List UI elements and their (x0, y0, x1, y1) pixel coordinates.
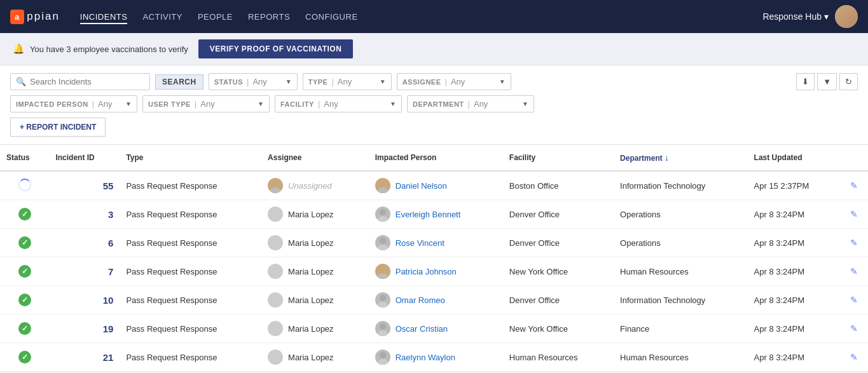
impacted-label: IMPACTED PERSON (16, 100, 88, 108)
edit-icon[interactable]: ✎ (850, 209, 858, 219)
nav-links: INCIDENTS ACTIVITY PEOPLE REPORTS CONFIG… (80, 10, 763, 24)
col-department[interactable]: Department ↓ (614, 145, 747, 171)
chevron-down-icon: ▼ (390, 100, 396, 107)
assignee-name: Maria Lopez (288, 267, 334, 276)
svg-point-14 (380, 352, 386, 358)
assignee-value: Any (451, 77, 497, 86)
logo-accent: a (10, 10, 24, 24)
edit-icon[interactable]: ✎ (850, 238, 858, 248)
incident-id-cell[interactable]: 3 (49, 200, 120, 229)
type-cell: Pass Request Response (120, 315, 261, 343)
col-status: Status (0, 145, 49, 171)
search-button[interactable]: SEARCH (155, 74, 203, 90)
col-type: Type (120, 145, 261, 171)
incident-id-cell[interactable]: 7 (49, 257, 120, 286)
edit-cell[interactable]: ✎ (840, 286, 868, 315)
report-incident-button[interactable]: + REPORT INCIDENT (10, 118, 106, 137)
impacted-person-link[interactable]: Oscar Cristian (396, 324, 448, 334)
svg-point-11 (378, 302, 388, 308)
last-updated-cell: Apr 8 3:24PM (748, 257, 841, 286)
status-label: STATUS (214, 78, 243, 86)
usertype-value: Any (200, 99, 255, 109)
refresh-button[interactable]: ↻ (839, 73, 858, 90)
type-filter[interactable]: TYPE | Any ▼ (303, 73, 392, 90)
status-cell: ✓ (0, 315, 49, 343)
assignee-name: Maria Lopez (288, 324, 334, 334)
facility-filter[interactable]: FACILITY | Any ▼ (275, 95, 402, 112)
verify-vaccination-button[interactable]: VERIFY PROOF OF VACCINATION (198, 39, 354, 58)
incident-id[interactable]: 3 (108, 209, 113, 220)
app-logo[interactable]: a ppian (10, 10, 60, 24)
assignee-filter[interactable]: ASSIGNEE | Any ▼ (397, 73, 511, 90)
assignee-avatar-placeholder (268, 349, 283, 365)
last-updated-cell: Apr 8 3:24PM (748, 200, 841, 229)
impacted-value: Any (98, 99, 123, 109)
type-cell: Pass Request Response (120, 286, 261, 315)
assignee-name: Maria Lopez (288, 353, 334, 362)
incident-id-cell[interactable]: 21 (49, 343, 120, 372)
edit-cell[interactable]: ✎ (840, 257, 868, 286)
assignee-name: Maria Lopez (288, 238, 334, 248)
impacted-person-link[interactable]: Daniel Nelson (396, 181, 447, 191)
download-button[interactable]: ⬇ (796, 73, 815, 90)
department-cell: Human Resources (614, 343, 747, 372)
impacted-person-link[interactable]: Omar Romeo (396, 295, 445, 305)
nav-reports[interactable]: REPORTS (248, 10, 290, 24)
status-filter[interactable]: STATUS | Any ▼ (209, 73, 298, 90)
edit-icon[interactable]: ✎ (850, 295, 858, 305)
edit-cell[interactable]: ✎ (840, 229, 868, 257)
impacted-avatar (375, 178, 390, 193)
impacted-person-link[interactable]: Everleigh Bennett (396, 210, 461, 219)
incident-id[interactable]: 7 (108, 266, 113, 277)
facility-cell: Denver Office (503, 229, 614, 257)
edit-icon[interactable]: ✎ (850, 266, 858, 276)
incident-id[interactable]: 21 (103, 352, 114, 363)
incident-id-cell[interactable]: 55 (49, 171, 120, 200)
assignee-cell: Maria Lopez (261, 257, 369, 286)
assignee-avatar-placeholder (268, 321, 283, 336)
incident-id-cell[interactable]: 6 (49, 229, 120, 257)
edit-cell[interactable]: ✎ (840, 343, 868, 372)
impacted-person-filter[interactable]: IMPACTED PERSON | Any ▼ (10, 95, 137, 112)
edit-icon[interactable]: ✎ (850, 180, 858, 191)
edit-cell[interactable]: ✎ (840, 315, 868, 343)
incident-id-cell[interactable]: 19 (49, 315, 120, 343)
response-hub-button[interactable]: Response Hub ▾ (762, 11, 829, 22)
incident-id[interactable]: 55 (103, 180, 114, 191)
svg-point-8 (380, 266, 386, 273)
svg-point-1 (270, 187, 280, 193)
department-cell: Operations (614, 200, 747, 229)
assignee-label: ASSIGNEE (403, 78, 441, 86)
usertype-filter[interactable]: USER TYPE | Any ▼ (142, 95, 270, 112)
status-cell: ✓ (0, 286, 49, 315)
status-cell: ✓ (0, 200, 49, 229)
nav-people[interactable]: PEOPLE (198, 10, 233, 24)
search-input[interactable] (30, 77, 132, 86)
chevron-down-icon: ▼ (286, 78, 292, 85)
edit-cell[interactable]: ✎ (840, 171, 868, 200)
incident-id[interactable]: 6 (108, 238, 113, 248)
svg-point-3 (378, 187, 388, 193)
edit-icon[interactable]: ✎ (850, 352, 858, 362)
avatar[interactable] (835, 5, 858, 28)
status-value: Any (252, 77, 282, 86)
nav-incidents[interactable]: INCIDENTS (80, 10, 128, 24)
svg-point-4 (380, 209, 386, 215)
incident-id[interactable]: 19 (103, 323, 114, 334)
nav-configure[interactable]: CONFIGURE (305, 10, 358, 24)
filter-button[interactable]: ▼ (817, 73, 837, 90)
edit-icon[interactable]: ✎ (850, 323, 858, 334)
response-hub-label: Response Hub (762, 11, 822, 22)
edit-cell[interactable]: ✎ (840, 200, 868, 229)
incident-id-cell[interactable]: 10 (49, 286, 120, 315)
assignee-avatar-placeholder (268, 292, 283, 308)
impacted-person-link[interactable]: Rose Vincent (396, 238, 444, 248)
impacted-person-link[interactable]: Patricia Johnson (396, 267, 457, 276)
department-cell: Human Resources (614, 257, 747, 286)
type-cell: Pass Request Response (120, 229, 261, 257)
department-filter[interactable]: DEPARTMENT | Any ▼ (407, 95, 534, 112)
incident-id[interactable]: 10 (103, 295, 114, 306)
nav-activity[interactable]: ACTIVITY (142, 10, 183, 24)
assignee-cell: Unassigned (261, 171, 369, 200)
impacted-person-link[interactable]: Raelynn Waylon (396, 353, 455, 362)
